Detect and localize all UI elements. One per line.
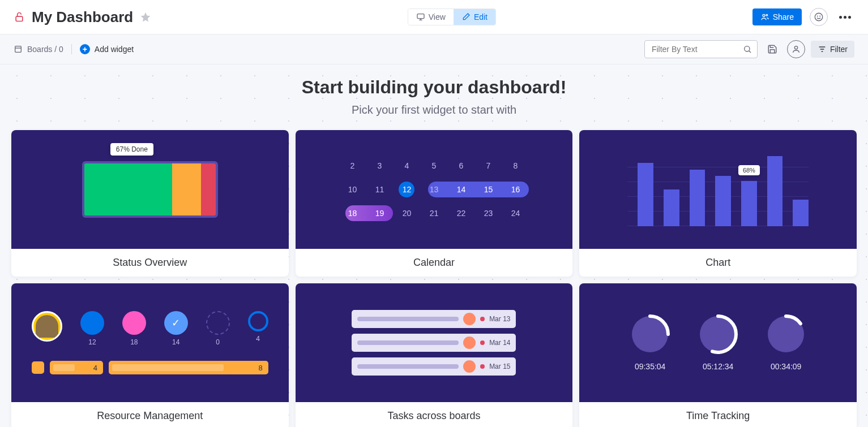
filter-button[interactable]: Filter xyxy=(811,41,854,58)
toolbar: Boards / 0 + Add widget Filter xyxy=(0,34,868,64)
resource-circle-check: ✓ xyxy=(164,311,188,335)
calendar-day: 3 xyxy=(366,156,393,176)
mode-toggle: View Edit xyxy=(408,8,496,25)
filter-text-input[interactable] xyxy=(644,40,758,58)
task-date: Mar 14 xyxy=(489,339,510,347)
time-value: 09:35:04 xyxy=(635,362,666,371)
divider xyxy=(71,44,72,54)
filter-icon xyxy=(818,45,827,54)
headline: Start building your dashboard! xyxy=(11,77,857,98)
smile-icon xyxy=(814,12,824,22)
tasks-list: Mar 13Mar 14Mar 15 xyxy=(352,310,516,376)
widget-label: Status Overview xyxy=(11,249,289,277)
edit-mode-button[interactable]: Edit xyxy=(454,9,495,25)
calendar-day: 10 xyxy=(339,179,366,200)
calendar-day: 24 xyxy=(502,203,529,223)
resource-bar: 8 xyxy=(109,361,268,374)
widget-time-tracking[interactable]: 09:35:0405:12:3400:34:09 Time Tracking xyxy=(579,283,857,427)
calendar-day: 16 xyxy=(502,179,529,200)
progress-ring xyxy=(766,314,806,354)
filter-text-wrap xyxy=(644,40,758,58)
calendar-day: 20 xyxy=(393,203,420,223)
calendar-day: 21 xyxy=(420,203,447,223)
chart-bar xyxy=(767,156,783,226)
status-dot-icon xyxy=(480,364,485,369)
lock-icon xyxy=(14,11,25,23)
smile-button[interactable] xyxy=(810,8,828,26)
calendar-day: 18 xyxy=(339,203,366,223)
share-label: Share xyxy=(773,12,794,21)
calendar-day: 13 xyxy=(420,179,447,200)
calendar-day: 8 xyxy=(502,156,529,176)
board-icon xyxy=(14,45,23,54)
resource-count: 12 xyxy=(88,338,96,346)
svg-rect-0 xyxy=(16,16,23,21)
widget-preview: 09:35:0405:12:3400:34:09 xyxy=(579,283,857,402)
avatar-icon xyxy=(463,337,476,349)
widget-calendar[interactable]: 23456781011121314151618192021222324 Cale… xyxy=(296,130,573,277)
widget-label: Time Tracking xyxy=(579,402,857,427)
resource-circle xyxy=(122,311,146,335)
svg-point-4 xyxy=(815,13,823,21)
more-menu-button[interactable] xyxy=(836,12,854,22)
resource-circle-empty xyxy=(206,311,230,335)
person-icon xyxy=(792,45,801,54)
battery-segment-done xyxy=(84,163,172,215)
chart-bar: 68% xyxy=(741,181,757,226)
resource-circle-ring xyxy=(248,311,268,331)
top-header: My Dashboard View Edit Share xyxy=(0,0,868,34)
task-bar xyxy=(357,317,459,321)
widget-chart[interactable]: 68% Chart xyxy=(579,130,857,277)
share-button[interactable]: Share xyxy=(752,8,802,25)
calendar-day: 11 xyxy=(366,179,393,200)
view-mode-label: View xyxy=(429,12,446,21)
resource-count: 18 xyxy=(130,338,138,346)
status-dot-icon xyxy=(480,317,485,321)
widget-tasks-across-boards[interactable]: Mar 13Mar 14Mar 15 Tasks across boards xyxy=(296,283,573,427)
progress-ring xyxy=(698,314,738,354)
svg-point-6 xyxy=(820,16,820,16)
task-row: Mar 14 xyxy=(352,334,516,352)
monitor-icon xyxy=(416,12,425,21)
calendar-day: 7 xyxy=(474,156,502,176)
calendar-day: 14 xyxy=(447,179,474,200)
resource-circle xyxy=(80,311,104,335)
chart-bar xyxy=(793,200,809,226)
widget-status-overview[interactable]: 67% Done Status Overview xyxy=(11,130,289,277)
task-row: Mar 15 xyxy=(352,357,516,376)
avatar-icon xyxy=(32,311,62,342)
boards-count[interactable]: Boards / 0 xyxy=(14,45,63,54)
widget-preview: Mar 13Mar 14Mar 15 xyxy=(296,283,573,402)
resource-square xyxy=(32,361,44,374)
save-icon-button[interactable] xyxy=(763,40,781,58)
calendar-day: 23 xyxy=(474,203,502,223)
star-icon[interactable] xyxy=(140,11,151,23)
widget-label: Resource Management xyxy=(11,402,289,427)
view-mode-button[interactable]: View xyxy=(408,9,454,25)
main-area: Start building your dashboard! Pick your… xyxy=(0,64,868,427)
svg-point-5 xyxy=(817,16,818,16)
svg-point-9 xyxy=(794,46,797,49)
battery-segment-stuck xyxy=(201,163,216,215)
svg-point-8 xyxy=(745,46,750,51)
resource-count: 0 xyxy=(216,338,220,346)
task-bar xyxy=(357,340,459,345)
save-icon xyxy=(767,44,777,54)
task-row: Mar 13 xyxy=(352,310,516,328)
add-widget-button[interactable]: + Add widget xyxy=(80,44,134,54)
svg-point-3 xyxy=(766,14,768,16)
widget-resource-management[interactable]: 12 18 ✓14 0 4 4 8 Resource Man xyxy=(11,283,289,427)
progress-ring xyxy=(630,314,670,354)
toolbar-right: Filter xyxy=(644,40,854,58)
chart-bars: 68% xyxy=(627,153,809,226)
task-bar xyxy=(357,364,459,369)
calendar-day: 15 xyxy=(474,179,502,200)
person-filter-button[interactable] xyxy=(787,40,805,58)
widget-preview: 23456781011121314151618192021222324 xyxy=(296,130,573,249)
battery-graphic: 67% Done xyxy=(82,161,218,218)
widget-grid: 67% Done Status Overview 234567810111213… xyxy=(11,130,857,427)
boards-count-label: Boards / 0 xyxy=(27,45,63,54)
chart-bar xyxy=(638,163,653,226)
widget-preview: 68% xyxy=(579,130,857,249)
svg-rect-1 xyxy=(417,14,424,19)
